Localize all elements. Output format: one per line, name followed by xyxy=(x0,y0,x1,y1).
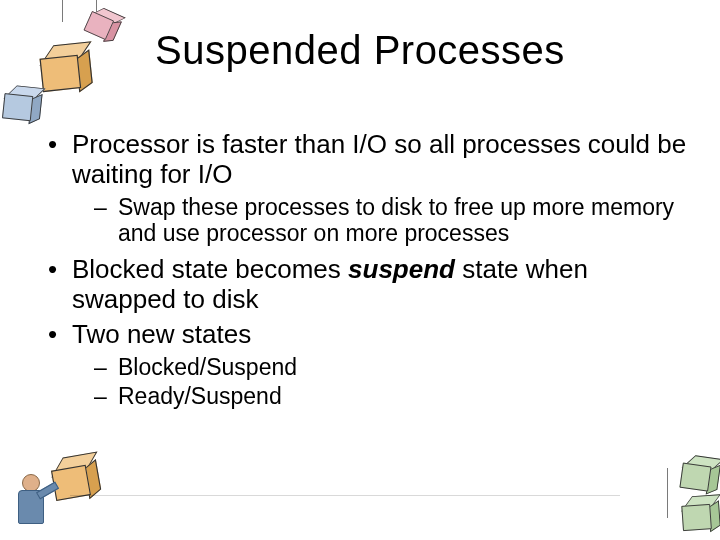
bullet-2: Blocked state becomes suspend state when… xyxy=(42,255,690,315)
slide-body: Processor is faster than I/O so all proc… xyxy=(42,130,690,417)
bullet-3-sub-2-text: Ready/Suspend xyxy=(118,383,282,409)
bullet-2-text-pre: Blocked state becomes xyxy=(72,254,348,284)
bullet-3: Two new states Blocked/Suspend Ready/Sus… xyxy=(42,320,690,409)
bullet-1-text: Processor is faster than I/O so all proc… xyxy=(72,129,686,189)
bullet-3-sub-1: Blocked/Suspend xyxy=(72,354,690,380)
bullet-1: Processor is faster than I/O so all proc… xyxy=(42,130,690,247)
corner-art-bottom-left xyxy=(0,420,140,540)
bullet-1-sub-1-text: Swap these processes to disk to free up … xyxy=(118,194,674,246)
bullet-2-emph: suspend xyxy=(348,254,455,284)
slide: Suspended Processes Processor is faster … xyxy=(0,0,720,540)
person-icon xyxy=(4,470,50,540)
decorative-rule xyxy=(70,495,620,496)
bullet-3-sub-1-text: Blocked/Suspend xyxy=(118,354,297,380)
bullet-1-sub-1: Swap these processes to disk to free up … xyxy=(72,194,690,247)
corner-art-bottom-right xyxy=(600,440,720,540)
slide-title: Suspended Processes xyxy=(0,28,720,73)
bullet-3-text: Two new states xyxy=(72,319,251,349)
bullet-3-sub-2: Ready/Suspend xyxy=(72,383,690,409)
